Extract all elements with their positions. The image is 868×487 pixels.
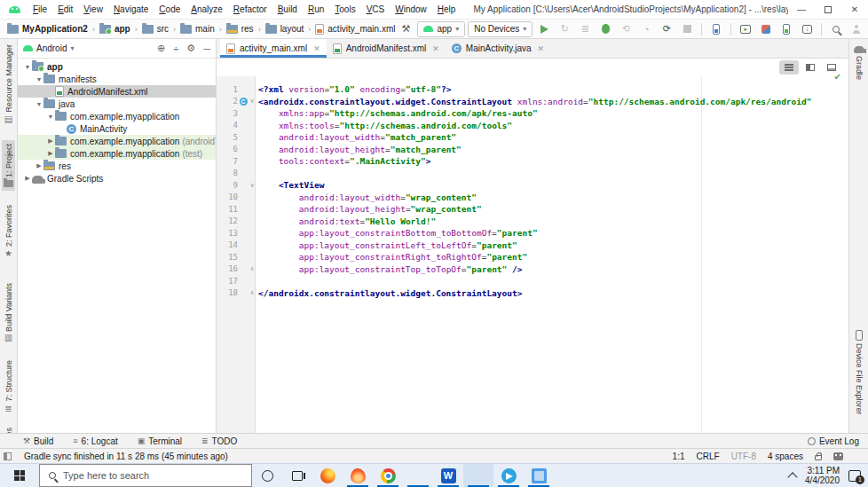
toolwindow-build[interactable]: ⚒Build — [23, 436, 53, 446]
tree-item-mainactivity[interactable]: CMainActivity — [18, 122, 216, 135]
close-tab-icon[interactable]: ✕ — [432, 44, 439, 53]
tool-strip-layout-captures[interactable]: Layout Captures▭ — [3, 424, 15, 433]
start-button[interactable] — [0, 464, 39, 487]
tree-item-com-example-myapplication-androidtest[interactable]: ▶com.example.myapplication(androidTest) — [18, 135, 216, 147]
device-select[interactable]: No Devices▾ — [468, 21, 533, 37]
taskbar-app-chrome[interactable] — [373, 464, 403, 487]
code-editor[interactable]: 1<?xml version="1.0" encoding="utf-8"?>2… — [217, 76, 848, 433]
tree-collapsed-icon[interactable]: ▶ — [46, 137, 55, 145]
tab-mainactivity-java[interactable]: CMainActivity.java✕ — [446, 39, 550, 58]
tree-item-com-example-myapplication-test[interactable]: ▶com.example.myapplication(test) — [18, 147, 216, 160]
tree-collapsed-icon[interactable]: ▶ — [46, 150, 55, 157]
tree-item-res[interactable]: ▶res — [18, 160, 216, 172]
menu-run[interactable]: Run — [303, 0, 329, 20]
tree-expanded-icon[interactable]: ▼ — [35, 76, 43, 82]
breadcrumb-res[interactable]: res — [225, 24, 256, 34]
tree-item-com-example-myapplication[interactable]: ▼com.example.myapplication — [18, 110, 216, 122]
tree-expanded-icon[interactable]: ▼ — [35, 101, 43, 107]
indent-indicator[interactable]: 4 spaces — [768, 452, 803, 461]
tool-strip-gradle[interactable]: Gradle — [852, 43, 866, 83]
fold-marker-icon[interactable]: ∨ — [249, 182, 256, 189]
close-button[interactable]: ✕ — [841, 0, 868, 20]
tree-item-java[interactable]: ▼java — [18, 98, 216, 110]
tree-collapsed-icon[interactable]: ▶ — [35, 162, 43, 169]
encoding-indicator[interactable]: UTF-8 — [731, 452, 756, 461]
sdk-manager-button[interactable]: ↓ — [798, 21, 816, 37]
event-log-button[interactable]: Event Log — [808, 436, 859, 446]
fold-marker-icon[interactable]: ∨ — [249, 98, 256, 105]
breadcrumb-activity-main-xml[interactable]: activity_main.xml — [313, 24, 397, 35]
tree-item-androidmanifest-xml[interactable]: AndroidManifest.xml — [18, 85, 216, 98]
tool-strip-1-project[interactable]: 1: Project — [2, 140, 15, 191]
tool-strip-7-structure[interactable]: 7: Structure≣ — [3, 357, 15, 417]
taskbar-app-flame[interactable] — [343, 464, 373, 487]
toolwindow-6-logcat[interactable]: ≡6: Logcat — [73, 436, 117, 446]
profile-apk-button[interactable] — [707, 21, 725, 37]
notification-center-button[interactable]: 1 — [848, 470, 861, 482]
toolwindow-todo[interactable]: ≣TODO — [201, 436, 237, 446]
cortana-button[interactable] — [252, 464, 282, 487]
fold-marker-icon[interactable]: ∧ — [249, 265, 256, 272]
avd-manager-button[interactable] — [777, 21, 795, 37]
apply-changes-button[interactable]: ↻ — [556, 21, 573, 37]
fold-marker-icon[interactable]: ∧ — [249, 289, 256, 296]
lock-icon[interactable] — [815, 455, 822, 460]
tool-strip-device-file-explorer[interactable]: Device File Explorer — [853, 326, 865, 419]
taskbar-app-photos[interactable] — [524, 464, 554, 487]
stop-button[interactable] — [678, 21, 696, 37]
tree-item-gradle-scripts[interactable]: ▶Gradle Scripts — [18, 172, 216, 185]
taskbar-app-android-studio[interactable] — [463, 464, 493, 487]
tree-expanded-icon[interactable]: ▼ — [23, 64, 32, 70]
taskbar-clock[interactable]: 3:11 PM 4/4/2020 — [805, 466, 840, 485]
caret-position[interactable]: 1:1 — [673, 452, 685, 461]
collapse-all-button[interactable]: ÷ — [173, 43, 178, 54]
profile-avatar[interactable] — [848, 21, 865, 37]
minimize-button[interactable]: — — [788, 0, 815, 20]
taskbar-search-input[interactable]: Type here to search — [39, 464, 252, 487]
inspection-status-icon[interactable]: ✔ — [834, 72, 841, 82]
split-view-button[interactable] — [801, 60, 820, 75]
breadcrumb-main[interactable]: main — [178, 24, 217, 34]
task-view-button[interactable] — [282, 464, 312, 487]
breadcrumb-src[interactable]: src — [140, 24, 170, 34]
maximize-button[interactable] — [815, 0, 841, 20]
settings-gear-icon[interactable]: ⚙ — [186, 43, 195, 54]
tool-strip-build-variants[interactable]: Build Variants▥ — [3, 279, 15, 347]
profile-button[interactable]: ◔ — [637, 21, 655, 37]
toolwindow-terminal[interactable]: ▣Terminal — [138, 436, 182, 446]
menu-refactor[interactable]: Refactor — [228, 0, 272, 20]
taskbar-app-word[interactable]: W — [433, 464, 463, 487]
code-view-button[interactable] — [779, 60, 799, 75]
breadcrumb-myapplication2[interactable]: MyApplication2 — [5, 24, 90, 34]
debug-button[interactable] — [596, 21, 614, 37]
menu-code[interactable]: Code — [154, 0, 185, 20]
menu-help[interactable]: Help — [432, 0, 462, 20]
run-config-select[interactable]: app▾ — [417, 21, 465, 37]
line-ending-indicator[interactable]: CRLF — [697, 452, 720, 461]
menu-navigate[interactable]: Navigate — [108, 0, 154, 20]
close-tab-icon[interactable]: ✕ — [313, 44, 320, 53]
close-tab-icon[interactable]: ✕ — [538, 44, 545, 53]
tree-expanded-icon[interactable]: ▼ — [46, 114, 55, 120]
tray-expand-icon[interactable] — [787, 472, 797, 482]
tab-activity-main-xml[interactable]: activity_main.xml✕ — [220, 39, 327, 58]
taskbar-app-file-explorer[interactable] — [403, 464, 433, 487]
menu-view[interactable]: View — [78, 0, 108, 20]
inspections-indicator-icon[interactable] — [833, 452, 843, 460]
tool-strip-resource-manager[interactable]: Resource Manager▤ — [3, 41, 15, 128]
menu-analyze[interactable]: Analyze — [185, 0, 228, 20]
make-project-button[interactable]: ⚒ — [397, 21, 414, 37]
menu-tools[interactable]: Tools — [329, 0, 360, 20]
tab-androidmanifest-xml[interactable]: AndroidManifest.xml✕ — [327, 39, 446, 58]
apply-code-changes-button[interactable]: ≣ — [576, 21, 594, 37]
tree-collapsed-icon[interactable]: ▶ — [23, 175, 32, 182]
profiler-button[interactable] — [757, 21, 775, 37]
menu-edit[interactable]: Edit — [52, 0, 78, 20]
taskbar-app-telegram[interactable] — [493, 464, 524, 487]
tool-strip-2-favorites[interactable]: 2: Favorites★ — [3, 201, 15, 262]
taskbar-app-firefox[interactable] — [312, 464, 343, 487]
tree-item-manifests[interactable]: ▼manifests — [18, 73, 216, 85]
menu-vcs[interactable]: VCS — [361, 0, 391, 20]
profile-restart-button[interactable]: ⟳ — [658, 21, 675, 37]
attach-debugger-button[interactable]: ⟲ — [617, 21, 635, 37]
